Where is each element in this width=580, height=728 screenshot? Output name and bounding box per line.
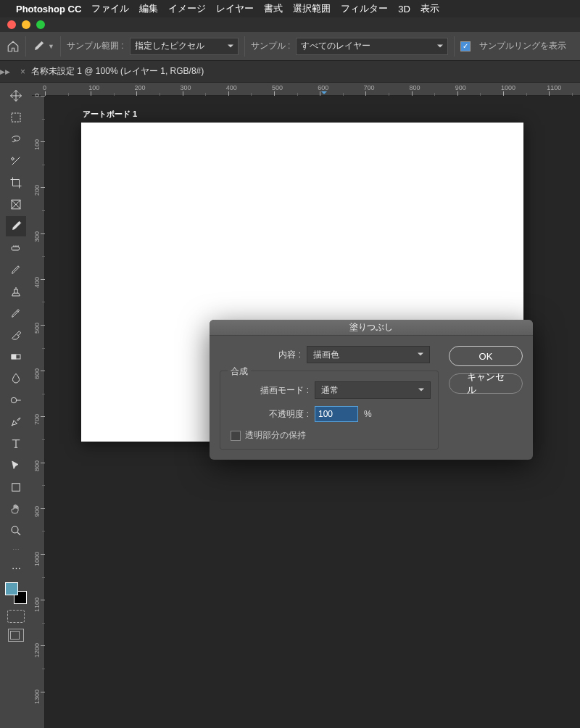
menu-edit[interactable]: 編集 bbox=[139, 2, 158, 15]
eraser-tool[interactable] bbox=[6, 325, 26, 345]
sample-label: サンプル : bbox=[251, 40, 291, 52]
menu-view[interactable]: 表示 bbox=[420, 2, 439, 15]
opacity-input[interactable] bbox=[315, 406, 358, 422]
crop-tool[interactable] bbox=[6, 173, 26, 193]
color-swatches[interactable] bbox=[5, 582, 27, 604]
eyedropper-tool[interactable] bbox=[6, 216, 26, 236]
close-tab-icon[interactable]: × bbox=[20, 67, 25, 77]
quick-mask-button[interactable] bbox=[7, 610, 25, 623]
blend-legend: 合成 bbox=[228, 365, 251, 378]
sampling-ring-label: サンプルリングを表示 bbox=[479, 40, 566, 52]
frame-tool[interactable] bbox=[6, 194, 26, 215]
svg-point-5 bbox=[11, 397, 17, 403]
blend-fieldset: 合成 描画モード : 通常 不透明度 : % 透明部分の保持 bbox=[220, 371, 439, 450]
svg-rect-0 bbox=[12, 113, 20, 122]
close-window-button[interactable] bbox=[7, 20, 16, 29]
tab-title: 名称未設定 1 @ 100% (レイヤー 1, RGB/8#) bbox=[31, 65, 204, 78]
healing-brush-tool[interactable] bbox=[6, 238, 26, 258]
minimize-window-button[interactable] bbox=[22, 20, 30, 29]
eyedropper-option-icon[interactable]: ▼ bbox=[32, 40, 54, 53]
menu-3d[interactable]: 3D bbox=[398, 4, 410, 15]
screen-mode-button[interactable] bbox=[8, 629, 24, 642]
home-button[interactable] bbox=[6, 36, 26, 57]
menu-select[interactable]: 選択範囲 bbox=[293, 2, 331, 15]
opacity-label: 不透明度 : bbox=[228, 408, 315, 421]
type-tool[interactable] bbox=[6, 434, 26, 454]
horizontal-ruler[interactable]: 010020030040050060070080090010001100 bbox=[32, 83, 580, 96]
magic-wand-tool[interactable] bbox=[6, 151, 26, 171]
cancel-button[interactable]: キャンセル bbox=[449, 373, 523, 394]
edit-toolbar-button[interactable]: ⋯ bbox=[6, 558, 26, 578]
sample-select[interactable]: すべてのレイヤー bbox=[296, 38, 448, 55]
document-tab-bar: ▶▶ × 名称未設定 1 @ 100% (レイヤー 1, RGB/8#) bbox=[0, 61, 580, 83]
lasso-tool[interactable] bbox=[6, 129, 26, 149]
history-brush-tool[interactable] bbox=[6, 303, 26, 323]
eyedropper-icon bbox=[32, 40, 45, 53]
brush-tool[interactable] bbox=[6, 260, 26, 280]
mode-label: 描画モード : bbox=[228, 384, 315, 397]
macos-menubar: Photoshop CC ファイル 編集 イメージ レイヤー 書式 選択範囲 フ… bbox=[0, 0, 580, 17]
svg-rect-2 bbox=[12, 247, 20, 251]
vertical-ruler[interactable]: 0100200300400500600700800900100011001200… bbox=[32, 96, 45, 728]
chevron-down-icon: ▼ bbox=[48, 43, 54, 50]
app-name[interactable]: Photoshop CC bbox=[16, 4, 81, 15]
ok-button[interactable]: OK bbox=[449, 346, 523, 366]
path-selection-tool[interactable] bbox=[6, 455, 26, 476]
artboard-label[interactable]: アートボード 1 bbox=[83, 109, 137, 120]
content-label: 内容 : bbox=[220, 349, 307, 361]
preserve-transparency-label: 透明部分の保持 bbox=[245, 429, 306, 442]
toolbar-divider: ⋯ bbox=[12, 545, 20, 553]
menu-layer[interactable]: レイヤー bbox=[216, 2, 254, 15]
move-tool[interactable] bbox=[6, 86, 26, 106]
hand-tool[interactable] bbox=[6, 499, 26, 519]
preserve-transparency-checkbox[interactable] bbox=[231, 431, 241, 441]
home-icon bbox=[7, 40, 20, 53]
tool-palette: ⋯ ⋯ bbox=[0, 83, 32, 728]
dialog-title: 塗りつぶし bbox=[210, 320, 533, 336]
document-tab[interactable]: × 名称未設定 1 @ 100% (レイヤー 1, RGB/8#) bbox=[10, 61, 214, 83]
menu-format[interactable]: 書式 bbox=[264, 2, 283, 15]
menu-image[interactable]: イメージ bbox=[168, 2, 206, 15]
separator bbox=[60, 36, 61, 57]
shape-tool[interactable] bbox=[6, 477, 26, 497]
window-titlebar bbox=[0, 17, 580, 32]
fill-dialog: 塗りつぶし 内容 : 描画色 合成 描画モード : 通常 不透明度 : % bbox=[210, 320, 533, 460]
pen-tool[interactable] bbox=[6, 412, 26, 432]
expand-panel-button[interactable]: ▶▶ bbox=[0, 61, 10, 83]
zoom-tool[interactable] bbox=[6, 521, 26, 541]
svg-rect-4 bbox=[12, 355, 16, 359]
separator bbox=[244, 36, 245, 57]
options-bar: ▼ サンプル範囲 : 指定したピクセル サンプル : すべてのレイヤー ✓ サン… bbox=[0, 32, 580, 61]
content-select[interactable]: 描画色 bbox=[307, 346, 430, 363]
blur-tool[interactable] bbox=[6, 368, 26, 389]
menu-file[interactable]: ファイル bbox=[91, 2, 129, 15]
mode-select[interactable]: 通常 bbox=[315, 381, 431, 399]
sampling-ring-checkbox[interactable]: ✓ bbox=[460, 41, 471, 51]
percent-label: % bbox=[364, 409, 372, 419]
svg-point-7 bbox=[12, 526, 18, 533]
sample-range-select[interactable]: 指定したピクセル bbox=[130, 38, 239, 55]
foreground-color[interactable] bbox=[5, 582, 18, 595]
menu-filter[interactable]: フィルター bbox=[341, 2, 388, 15]
svg-rect-6 bbox=[12, 484, 20, 492]
separator bbox=[454, 36, 455, 57]
gradient-tool[interactable] bbox=[6, 347, 26, 367]
dodge-tool[interactable] bbox=[6, 390, 26, 410]
clone-stamp-tool[interactable] bbox=[6, 281, 26, 302]
maximize-window-button[interactable] bbox=[36, 20, 45, 29]
sample-range-label: サンプル範囲 : bbox=[67, 40, 124, 52]
marquee-tool[interactable] bbox=[6, 107, 26, 128]
